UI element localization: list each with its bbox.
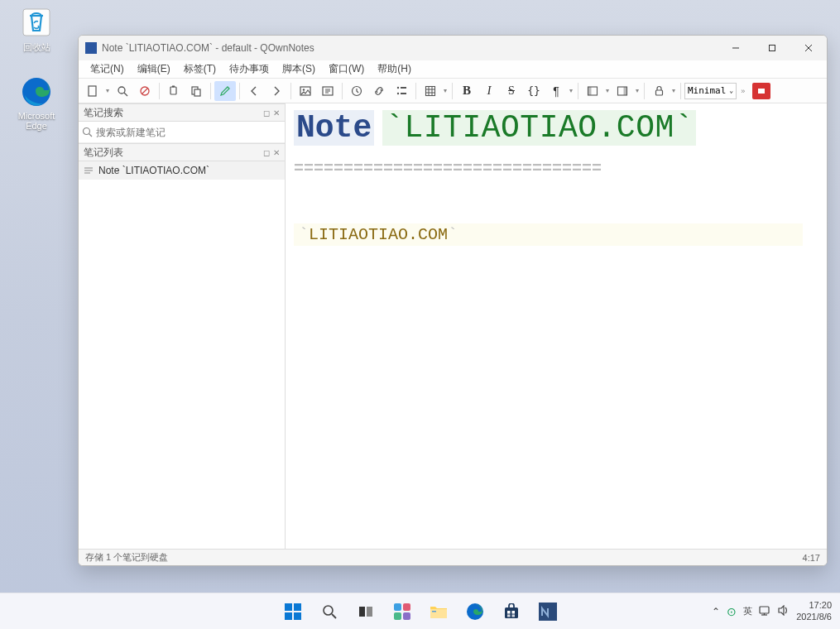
dropdown-icon[interactable]: ▾ [670, 81, 677, 101]
svg-rect-51 [403, 603, 410, 611]
tray-chevron-icon[interactable]: ⌃ [712, 606, 720, 617]
toolbar: ▾ ▾ B I S {} ¶ ▾ ▾ ▾ ▾ Min [79, 79, 827, 103]
taskbar-search-button[interactable] [313, 595, 346, 628]
file-explorer-button[interactable] [422, 595, 455, 628]
volume-icon[interactable] [778, 605, 790, 617]
taskbar-clock[interactable]: 17:20 2021/8/6 [796, 600, 832, 623]
encrypt-button[interactable] [648, 81, 670, 101]
panel-right-button[interactable] [612, 81, 633, 101]
network-icon[interactable] [759, 605, 771, 617]
nav-forward-button[interactable] [266, 81, 287, 101]
panel-float-icon[interactable]: ◻ [263, 108, 270, 118]
ime-indicator[interactable]: 英 [743, 605, 752, 617]
list-panel-header: 笔记列表 ◻✕ [79, 143, 285, 161]
desktop-icon-label: Microsoft Edge [8, 111, 65, 131]
svg-rect-3 [770, 46, 775, 51]
dropdown-icon[interactable]: ▾ [442, 81, 449, 101]
insert-time-button[interactable] [346, 81, 367, 101]
svg-rect-61 [511, 614, 515, 617]
forbid-button[interactable] [134, 81, 156, 101]
svg-point-23 [397, 92, 399, 94]
heading-code: `LITIAOTIAO.COM` [382, 110, 696, 146]
svg-point-46 [324, 606, 333, 615]
svg-rect-52 [394, 612, 401, 620]
menu-edit[interactable]: 编辑(E) [131, 60, 177, 78]
dropdown-icon[interactable]: ▾ [634, 81, 641, 101]
insert-link-button[interactable] [368, 81, 390, 101]
heading-keyword: Note [294, 110, 374, 146]
menu-note[interactable]: 笔记(N) [84, 60, 131, 78]
taskbar-edge-button[interactable] [458, 595, 492, 628]
bold-button[interactable]: B [456, 81, 478, 101]
dropdown-icon[interactable]: ▾ [568, 81, 574, 101]
taskbar-app-qownnotes[interactable] [531, 595, 564, 628]
window-minimize-button[interactable] [718, 36, 754, 60]
edge-icon [19, 74, 54, 109]
svg-rect-48 [359, 607, 365, 617]
menu-tag[interactable]: 标签(T) [177, 60, 223, 78]
italic-button[interactable]: I [478, 81, 500, 101]
copy-button[interactable] [163, 81, 185, 101]
note-icon [84, 166, 94, 175]
start-button[interactable] [276, 595, 310, 628]
dropdown-icon[interactable]: ▾ [604, 81, 611, 101]
svg-rect-63 [760, 607, 769, 613]
nav-back-button[interactable] [243, 81, 265, 101]
window-close-button[interactable] [790, 36, 827, 60]
titlebar[interactable]: Note `LITIAOTIAO.COM` - default - QOwnNo… [79, 36, 827, 60]
expand-icon[interactable]: » [741, 87, 745, 95]
desktop-icon-label: 回收站 [8, 41, 65, 54]
editor-area[interactable]: Note `LITIAOTIAO.COM` ==================… [286, 103, 827, 549]
code-button[interactable]: {} [523, 81, 545, 101]
panel-left-button[interactable] [582, 81, 603, 101]
tray-security-icon[interactable]: ⊙ [727, 605, 737, 618]
desktop-icon-recycle-bin[interactable]: 回收站 [8, 5, 65, 54]
style-select[interactable]: Minimal⌄ [684, 83, 737, 99]
note-list-item[interactable]: Note `LITIAOTIAO.COM` [79, 161, 285, 180]
svg-rect-25 [401, 93, 406, 94]
widgets-button[interactable] [386, 595, 419, 628]
status-left: 存储 1 个笔记到硬盘 [85, 551, 168, 564]
menu-script[interactable]: 脚本(S) [276, 60, 322, 78]
svg-rect-53 [403, 612, 410, 620]
svg-point-16 [303, 89, 305, 90]
edit-mode-button[interactable] [214, 81, 236, 101]
svg-line-8 [124, 93, 127, 96]
svg-rect-34 [624, 87, 627, 95]
task-view-button[interactable] [349, 595, 382, 628]
svg-point-7 [118, 87, 125, 94]
panel-close-icon[interactable]: ✕ [273, 108, 280, 118]
table-button[interactable] [420, 81, 441, 101]
desktop-icon-edge[interactable]: Microsoft Edge [8, 74, 65, 131]
insert-misc-button[interactable] [391, 81, 412, 101]
search-input[interactable] [96, 127, 281, 138]
svg-rect-50 [394, 603, 401, 611]
svg-rect-32 [588, 87, 592, 95]
inline-code: `LITIAOTIAO.COM` [294, 223, 803, 246]
svg-point-22 [397, 86, 399, 88]
status-right: 4:17 [803, 553, 820, 563]
insert-attachment-button[interactable] [317, 81, 338, 101]
svg-point-37 [84, 128, 90, 135]
dropdown-icon[interactable]: ▾ [104, 81, 111, 101]
svg-rect-55 [432, 611, 436, 612]
svg-rect-49 [367, 607, 372, 617]
menu-todo[interactable]: 待办事项 [223, 60, 276, 78]
blockquote-button[interactable]: ¶ [545, 81, 567, 101]
panel-float-icon[interactable]: ◻ [263, 148, 270, 157]
panel-close-icon[interactable]: ✕ [273, 148, 280, 157]
store-button[interactable] [495, 595, 528, 628]
menu-window[interactable]: 窗口(W) [322, 60, 371, 78]
menu-help[interactable]: 帮助(H) [371, 60, 418, 78]
window-maximize-button[interactable] [754, 36, 790, 60]
svg-rect-60 [507, 614, 511, 617]
new-note-button[interactable] [82, 81, 103, 101]
paste-button[interactable] [185, 81, 207, 101]
insert-image-button[interactable] [295, 81, 316, 101]
distraction-free-button[interactable] [752, 83, 770, 99]
strikethrough-button[interactable]: S [501, 81, 522, 101]
svg-rect-35 [655, 90, 662, 95]
svg-rect-24 [401, 87, 406, 89]
search-button[interactable] [112, 81, 133, 101]
app-window: Note `LITIAOTIAO.COM` - default - QOwnNo… [78, 35, 828, 566]
